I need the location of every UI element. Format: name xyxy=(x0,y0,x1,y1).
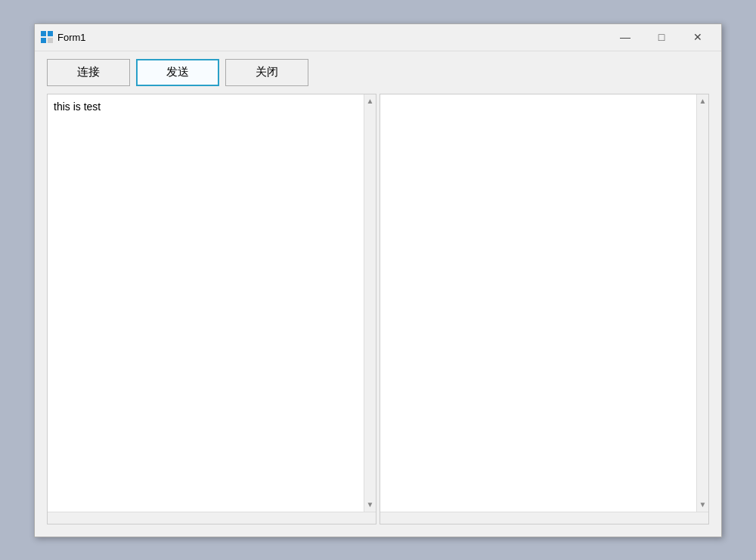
main-window: Form1 — □ ✕ 连接 发送 关闭 this is test ▲ ▼ xyxy=(34,23,722,537)
right-scrollbar[interactable]: ▲ ▼ xyxy=(696,94,708,512)
maximize-button[interactable]: □ xyxy=(644,26,679,48)
close-form-button[interactable]: 关闭 xyxy=(225,59,308,86)
window-controls: — □ ✕ xyxy=(608,26,715,48)
svg-rect-2 xyxy=(41,38,46,43)
send-button[interactable]: 发送 xyxy=(136,59,219,86)
right-horizontal-scrollbar[interactable] xyxy=(380,512,708,524)
right-scroll-up[interactable]: ▲ xyxy=(698,96,708,107)
left-panel-text[interactable]: this is test xyxy=(48,94,364,512)
left-panel: this is test ▲ ▼ xyxy=(47,94,376,524)
title-bar: Form1 — □ ✕ xyxy=(35,24,721,51)
right-panel-inner: ▲ ▼ xyxy=(380,94,708,512)
toolbar: 连接 发送 关闭 xyxy=(35,51,721,94)
left-scroll-up[interactable]: ▲ xyxy=(365,96,376,107)
left-content-text: this is test xyxy=(54,101,101,113)
connect-button[interactable]: 连接 xyxy=(47,59,130,86)
minimize-button[interactable]: — xyxy=(608,26,643,48)
right-panel-text[interactable] xyxy=(380,94,696,512)
close-button[interactable]: ✕ xyxy=(680,26,715,48)
svg-rect-3 xyxy=(48,38,53,43)
left-horizontal-scrollbar[interactable] xyxy=(48,512,376,524)
app-icon xyxy=(41,31,53,43)
left-scroll-down[interactable]: ▼ xyxy=(365,500,376,510)
right-scroll-down[interactable]: ▼ xyxy=(698,500,708,510)
window-title: Form1 xyxy=(57,32,608,43)
svg-rect-0 xyxy=(41,31,46,36)
right-panel: ▲ ▼ xyxy=(380,94,709,524)
left-scrollbar[interactable]: ▲ ▼ xyxy=(364,94,376,512)
left-panel-inner: this is test ▲ ▼ xyxy=(48,94,376,512)
content-area: this is test ▲ ▼ ▲ ▼ xyxy=(35,94,721,537)
svg-rect-1 xyxy=(48,31,53,36)
